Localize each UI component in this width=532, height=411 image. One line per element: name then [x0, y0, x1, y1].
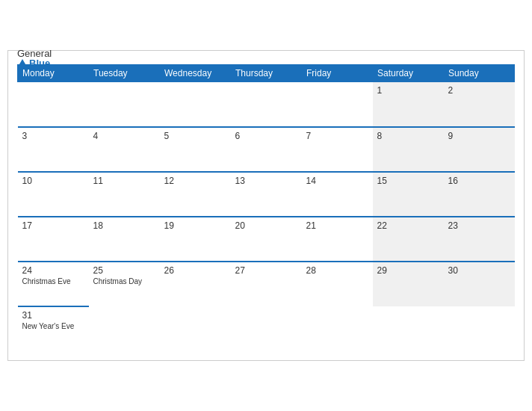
calendar-cell: 13	[231, 172, 302, 217]
day-number: 6	[235, 131, 297, 141]
col-header-thursday: Thursday	[231, 65, 302, 82]
day-number: 9	[448, 131, 510, 141]
calendar-cell: 19	[160, 217, 231, 262]
week-row-5: 24Christmas Eve25Christmas Day2627282930	[18, 262, 515, 306]
day-number: 30	[448, 265, 510, 276]
calendar-cell: 18	[89, 217, 160, 262]
calendar-cell: 8	[373, 127, 444, 172]
calendar-cell: 15	[373, 172, 444, 217]
day-number: 18	[93, 220, 155, 231]
calendar-cell: 31New Year's Eve	[18, 306, 89, 351]
calendar-cell: 1	[373, 82, 444, 127]
calendar-cell: 29	[373, 262, 444, 306]
calendar-cell: 30	[444, 262, 515, 306]
calendar-cell: 26	[160, 262, 231, 306]
day-number: 22	[377, 220, 439, 231]
calendar-container: General Blue MondayTuesdayWednesdayThurs…	[7, 50, 525, 361]
week-row-3: 10111213141516	[18, 172, 515, 217]
calendar-cell: 23	[444, 217, 515, 262]
calendar-cell	[18, 82, 89, 127]
calendar-cell	[373, 306, 444, 351]
day-number: 28	[306, 265, 368, 276]
calendar-cell	[89, 82, 160, 127]
calendar-cell: 27	[231, 262, 302, 306]
day-number: 1	[377, 85, 439, 96]
logo: General Blue	[17, 49, 52, 68]
col-header-saturday: Saturday	[373, 65, 444, 82]
calendar-cell: 3	[18, 127, 89, 172]
calendar-cell	[160, 82, 231, 127]
day-number: 25	[93, 265, 155, 276]
calendar-cell: 25Christmas Day	[89, 262, 160, 306]
day-number: 24	[22, 265, 84, 276]
day-number: 11	[93, 176, 155, 186]
day-number: 12	[164, 176, 226, 186]
calendar-cell	[231, 82, 302, 127]
calendar-cell: 7	[302, 127, 373, 172]
day-number: 17	[22, 220, 84, 231]
calendar-header-row: MondayTuesdayWednesdayThursdayFridaySatu…	[18, 65, 515, 82]
calendar-cell	[302, 82, 373, 127]
day-number: 8	[377, 131, 439, 141]
calendar-cell: 20	[231, 217, 302, 262]
day-number: 31	[22, 310, 84, 321]
logo-triangle-icon	[17, 59, 28, 68]
week-row-4: 17181920212223	[18, 217, 515, 262]
day-number: 29	[377, 265, 439, 276]
calendar-cell: 17	[18, 217, 89, 262]
day-number: 5	[164, 131, 226, 141]
calendar-body: 123456789101112131415161718192021222324C…	[18, 82, 515, 351]
col-header-tuesday: Tuesday	[89, 65, 160, 82]
calendar-cell: 14	[302, 172, 373, 217]
day-number: 16	[448, 176, 510, 186]
week-row-1: 12	[18, 82, 515, 127]
calendar-cell	[302, 306, 373, 351]
calendar-cell: 2	[444, 82, 515, 127]
calendar-cell: 6	[231, 127, 302, 172]
calendar-cell	[160, 306, 231, 351]
calendar-table: MondayTuesdayWednesdayThursdayFridaySatu…	[17, 64, 515, 351]
day-number: 4	[93, 131, 155, 141]
calendar-cell: 16	[444, 172, 515, 217]
day-number: 19	[164, 220, 226, 231]
calendar-cell: 24Christmas Eve	[18, 262, 89, 306]
calendar-cell: 4	[89, 127, 160, 172]
week-row-6: 31New Year's Eve	[18, 306, 515, 351]
day-number: 14	[306, 176, 368, 186]
day-number: 20	[235, 220, 297, 231]
days-header: MondayTuesdayWednesdayThursdayFridaySatu…	[18, 65, 515, 82]
day-number: 10	[22, 176, 84, 186]
event-label: New Year's Eve	[22, 322, 84, 330]
col-header-sunday: Sunday	[444, 65, 515, 82]
calendar-cell: 22	[373, 217, 444, 262]
event-label: Christmas Day	[93, 277, 155, 285]
day-number: 23	[448, 220, 510, 231]
calendar-cell: 11	[89, 172, 160, 217]
day-number: 21	[306, 220, 368, 231]
event-label: Christmas Eve	[22, 277, 84, 285]
day-number: 3	[22, 131, 84, 141]
calendar-cell: 28	[302, 262, 373, 306]
day-number: 13	[235, 176, 297, 186]
calendar-cell: 12	[160, 172, 231, 217]
day-number: 7	[306, 131, 368, 141]
calendar-cell: 10	[18, 172, 89, 217]
calendar-cell	[231, 306, 302, 351]
day-number: 2	[448, 85, 510, 96]
day-number: 27	[235, 265, 297, 276]
col-header-friday: Friday	[302, 65, 373, 82]
calendar-cell: 9	[444, 127, 515, 172]
col-header-wednesday: Wednesday	[160, 65, 231, 82]
calendar-cell	[89, 306, 160, 351]
day-number: 26	[164, 265, 226, 276]
logo-blue-text: Blue	[17, 58, 52, 68]
calendar-cell	[444, 306, 515, 351]
week-row-2: 3456789	[18, 127, 515, 172]
calendar-cell: 5	[160, 127, 231, 172]
day-number: 15	[377, 176, 439, 186]
calendar-cell: 21	[302, 217, 373, 262]
